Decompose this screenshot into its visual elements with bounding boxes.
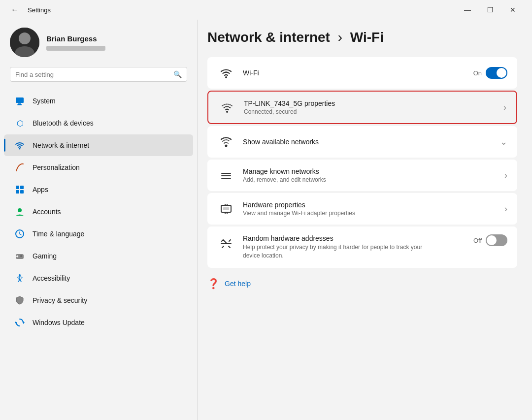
connected-network-name: TP-LINK_7434_5G properties [244,99,496,107]
sidebar-item-time[interactable]: Time & language [4,223,193,245]
time-icon [14,228,26,240]
sidebar-item-privacy[interactable]: Privacy & security [4,290,193,311]
avatar [10,28,39,57]
chevron-down-icon: ⌄ [500,136,507,147]
sidebar-item-update[interactable]: Windows Update [4,312,193,333]
breadcrumb-current: Wi-Fi [350,30,384,45]
hardware-properties-content: Hardware properties View and manage Wi-F… [243,201,497,217]
svg-rect-4 [18,103,21,104]
user-subtitle [46,46,105,51]
chevron-right-icon: › [503,102,506,113]
sidebar-item-accessibility[interactable]: Accessibility [4,267,193,289]
manage-networks-content: Manage known networks Add, remove, and e… [243,167,497,183]
titlebar: ← Settings — ❐ ✕ [0,0,532,20]
connected-network-action: › [503,102,506,113]
svg-marker-18 [15,321,16,324]
maximize-button[interactable]: ❐ [479,2,501,18]
svg-rect-5 [17,104,22,105]
sidebar: Brian Burgess 🔍 System [0,20,197,420]
random-hw-state-label: Off [473,237,482,244]
sidebar-item-apps[interactable]: Apps [4,179,193,200]
svg-rect-11 [20,190,24,194]
sidebar-item-bluetooth[interactable]: ⬡ Bluetooth & devices [4,112,193,134]
hardware-properties-card: Hardware properties View and manage Wi-F… [207,193,517,225]
manage-networks-row[interactable]: Manage known networks Add, remove, and e… [207,160,517,191]
wifi-toggle-row[interactable]: Wi-Fi On [207,57,517,89]
show-networks-content: Show available networks [243,138,492,146]
hardware-properties-row[interactable]: Hardware properties View and manage Wi-F… [207,193,517,225]
random-hw-action: Off [473,234,507,246]
random-hw-label: Random hardware addresses [243,234,466,242]
get-help-label: Get help [225,280,251,288]
show-networks-row[interactable]: Show available networks ⌄ [207,126,517,158]
wifi-toggle-switch[interactable] [486,67,507,79]
random-hw-toggle[interactable] [486,234,507,246]
sidebar-label-network: Network & internet [33,141,89,149]
sidebar-label-personalization: Personalization [33,163,80,171]
svg-rect-24 [221,178,231,179]
close-button[interactable]: ✕ [501,2,524,18]
search-icon: 🔍 [173,70,182,78]
svg-rect-23 [221,175,231,176]
get-help-link[interactable]: ❓ Get help [207,270,517,290]
svg-point-20 [226,111,228,113]
connected-network-status: Connected, secured [244,108,496,115]
svg-rect-30 [227,212,228,214]
search-input[interactable] [15,71,169,78]
accounts-icon [14,206,26,218]
svg-point-7 [19,148,21,150]
network-icon [14,139,26,151]
chevron-right-icon-2: › [504,170,507,181]
sidebar-label-privacy: Privacy & security [33,296,87,304]
hardware-properties-label: Hardware properties [243,201,497,209]
titlebar-controls: — ❐ ✕ [456,2,524,18]
svg-rect-10 [16,190,19,194]
wifi-state-label: On [473,69,482,77]
app-body: Brian Burgess 🔍 System [0,20,532,420]
random-hw-row[interactable]: Random hardware addresses Help protect y… [207,226,517,268]
sidebar-item-accounts[interactable]: Accounts [4,201,193,223]
breadcrumb-parent: Network & internet [207,30,330,45]
manage-networks-icon [217,166,235,184]
wifi-toggle-card: Wi-Fi On [207,57,517,89]
svg-rect-3 [16,97,24,103]
minimize-button[interactable]: — [456,2,479,18]
user-info: Brian Burgess [46,34,105,51]
hardware-properties-action: › [504,204,507,214]
svg-point-21 [225,145,228,147]
random-hw-content: Random hardware addresses Help protect y… [243,234,466,260]
nav-menu: System ⬡ Bluetooth & devices [0,90,197,334]
user-profile[interactable]: Brian Burgess [0,20,197,67]
random-hw-card: Random hardware addresses Help protect y… [207,226,517,268]
svg-rect-22 [221,173,231,174]
svg-rect-27 [225,204,226,205]
svg-point-19 [225,76,227,78]
show-networks-action: ⌄ [500,136,507,147]
manage-networks-card: Manage known networks Add, remove, and e… [207,160,517,191]
get-help-icon: ❓ [207,278,220,290]
hardware-properties-sub: View and manage Wi-Fi adapter properties [243,210,497,217]
toggle-thumb [497,68,506,78]
personalization-icon [14,162,26,173]
connected-wifi-icon [218,98,236,116]
system-icon [14,95,26,107]
svg-rect-28 [227,204,228,205]
svg-point-16 [19,274,21,276]
connected-network-row[interactable]: TP-LINK_7434_5G properties Connected, se… [208,92,516,123]
sidebar-label-accessibility: Accessibility [33,274,70,282]
breadcrumb-sep: › [338,30,346,45]
sidebar-item-network[interactable]: Network & internet [4,134,193,156]
show-networks-card: Show available networks ⌄ [207,126,517,158]
random-hw-icon [217,234,235,252]
gaming-icon [14,250,26,262]
svg-rect-29 [225,212,226,214]
svg-point-15 [20,255,22,257]
svg-rect-9 [20,186,24,189]
svg-point-1 [19,32,31,44]
sidebar-item-gaming[interactable]: Gaming [4,245,193,267]
sidebar-item-system[interactable]: System [4,90,193,112]
sidebar-item-personalization[interactable]: Personalization [4,157,193,178]
search-box[interactable]: 🔍 [10,67,187,82]
back-button[interactable]: ← [8,3,22,17]
sidebar-label-accounts: Accounts [33,208,61,216]
